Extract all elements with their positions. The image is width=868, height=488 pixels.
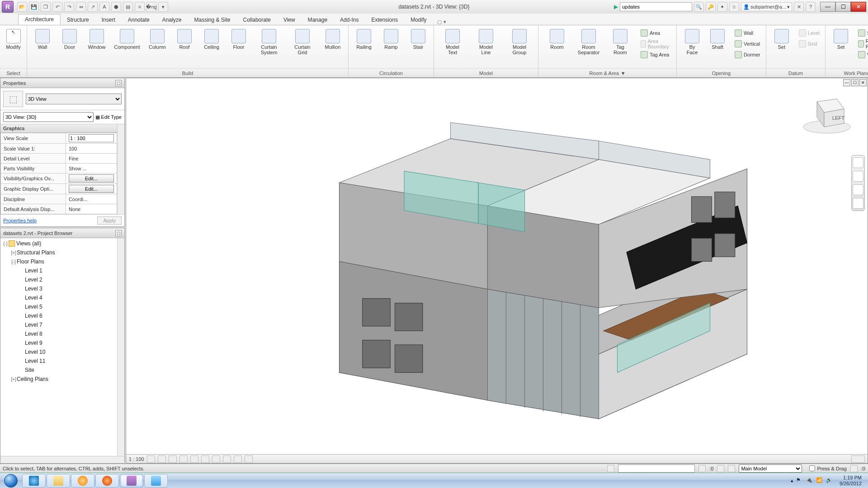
design-options-icon[interactable]: [717, 465, 724, 472]
main-model-combo[interactable]: Main Model: [739, 465, 802, 473]
search-play-icon[interactable]: ▶: [614, 4, 618, 10]
lock-3d-icon[interactable]: [223, 455, 231, 463]
tree-node[interactable]: Level 3: [0, 284, 117, 293]
measure-icon[interactable]: ⇔: [76, 2, 86, 12]
property-value-input[interactable]: [69, 134, 114, 142]
browser-scrollbar[interactable]: [117, 238, 124, 456]
press-drag-toggle[interactable]: Press & Drag: [809, 465, 846, 471]
tab-insert[interactable]: Insert: [95, 15, 122, 25]
room-separator-tool[interactable]: RoomSeparator: [573, 27, 604, 57]
window-tool[interactable]: Window: [84, 27, 109, 52]
tree-node[interactable]: Level 4: [0, 293, 117, 302]
model-group-tool[interactable]: ModelGroup: [504, 27, 535, 57]
edit-type-button[interactable]: ▦ Edit Type: [95, 114, 122, 120]
detail-level-icon[interactable]: [147, 455, 155, 463]
undo-icon[interactable]: ↶: [52, 2, 62, 12]
tree-node[interactable]: Level 10: [0, 347, 117, 357]
tree-node[interactable]: Level 11: [0, 357, 117, 366]
viewer-tool[interactable]: Viewer: [856, 50, 868, 60]
property-value[interactable]: Edit...: [66, 174, 117, 184]
filter-icon[interactable]: [850, 465, 858, 472]
tab-modify[interactable]: Modify: [404, 15, 433, 25]
tab-view[interactable]: View: [277, 15, 302, 25]
save-icon[interactable]: 💾: [29, 2, 39, 12]
by-face-tool[interactable]: ByFace: [679, 27, 705, 57]
tree-node[interactable]: Level 9: [0, 338, 117, 347]
switch-window-icon[interactable]: ▾: [158, 2, 168, 12]
taskbar-media[interactable]: [71, 474, 94, 488]
property-edit-button[interactable]: Edit...: [69, 185, 114, 193]
infocenter-search-input[interactable]: [620, 2, 692, 11]
stair-tool[interactable]: Stair: [406, 27, 431, 52]
area-tool[interactable]: Area: [639, 28, 673, 38]
crop-region-icon[interactable]: [212, 455, 220, 463]
maximize-button[interactable]: ☐: [835, 2, 851, 12]
ref-plane-tool[interactable]: Ref Plane: [856, 39, 868, 49]
dormer-tool[interactable]: Dormer: [733, 50, 762, 60]
system-tray[interactable]: ▴ ⚑ 🔌 📶 🔊 1:19 PM9/26/2012: [788, 475, 868, 486]
model-text-tool[interactable]: ModelText: [437, 27, 468, 57]
signed-in-user[interactable]: 👤 subpartner@a... ▾: [741, 2, 792, 11]
exclude-options-icon[interactable]: [728, 465, 735, 472]
taskbar-revit[interactable]: [120, 474, 143, 488]
tree-twisty-icon[interactable]: [+]: [10, 377, 17, 382]
property-row[interactable]: View Scale: [1, 133, 117, 144]
tab-add-ins[interactable]: Add-Ins: [334, 15, 365, 25]
tree-node[interactable]: Level 8: [0, 329, 117, 338]
browser-hscroll[interactable]: [0, 456, 124, 463]
property-row[interactable]: DisciplineCoordi...: [1, 194, 117, 204]
start-button[interactable]: [0, 473, 22, 488]
tag-room-tool[interactable]: TagRoom: [604, 27, 636, 57]
column-tool[interactable]: Column: [145, 27, 170, 52]
rendering-icon[interactable]: [190, 455, 198, 463]
tree-node[interactable]: [-]Views (all): [0, 239, 117, 248]
show-tool[interactable]: Show: [856, 28, 868, 38]
tab-massing-site[interactable]: Massing & Site: [188, 15, 236, 25]
tab-analyze[interactable]: Analyze: [156, 15, 188, 25]
minimize-button[interactable]: —: [820, 2, 835, 12]
reveal-hidden-icon[interactable]: [245, 455, 253, 463]
category-header[interactable]: Graphics: [0, 124, 117, 133]
tree-node[interactable]: Level 7: [0, 320, 117, 329]
property-row[interactable]: Parts VisibilityShow ...: [1, 164, 117, 174]
type-selector[interactable]: 3D View: [26, 94, 122, 104]
align-icon[interactable]: ↗: [88, 2, 98, 12]
properties-scrollbar[interactable]: [117, 124, 124, 214]
roof-tool[interactable]: Roof: [172, 27, 197, 52]
tray-network-icon[interactable]: 📶: [816, 477, 823, 484]
taskbar-clock[interactable]: 1:19 PM9/26/2012: [836, 475, 865, 486]
tab-annotate[interactable]: Annotate: [122, 15, 156, 25]
tree-twisty-icon[interactable]: [-]: [10, 259, 17, 264]
properties-help-link[interactable]: Properties help: [3, 218, 37, 223]
section-icon[interactable]: ▤: [123, 2, 133, 12]
subscription-icon[interactable]: 🔑: [706, 2, 716, 12]
railing-tool[interactable]: Railing: [351, 27, 377, 52]
property-row[interactable]: Scale Value 1:100: [1, 144, 117, 154]
zoom-icon[interactable]: [853, 184, 863, 195]
search-icon[interactable]: 🔍: [694, 2, 704, 12]
tree-node[interactable]: [+]Ceiling Plans: [0, 375, 117, 384]
tree-node[interactable]: Level 5: [0, 302, 117, 311]
ramp-tool[interactable]: Ramp: [378, 27, 404, 52]
component-tool[interactable]: Component: [111, 27, 143, 52]
3d-viewport[interactable]: — ☐ ✕: [126, 78, 868, 464]
browser-close-icon[interactable]: ▢: [115, 230, 122, 236]
property-edit-button[interactable]: Edit...: [69, 174, 114, 183]
taskbar-explorer[interactable]: [47, 474, 70, 488]
steering-wheel-icon[interactable]: [853, 157, 863, 168]
crop-view-icon[interactable]: [201, 455, 209, 463]
tree-node[interactable]: Level 6: [0, 311, 117, 320]
property-row[interactable]: Default Analysis Disp...None: [1, 204, 117, 214]
shaft-tool[interactable]: Shaft: [705, 27, 730, 57]
property-value[interactable]: [66, 133, 117, 144]
editable-only-icon[interactable]: [698, 465, 706, 472]
property-value[interactable]: 100: [66, 144, 117, 154]
open-icon[interactable]: 📂: [17, 2, 27, 12]
model-line-tool[interactable]: ModelLine: [470, 27, 502, 57]
properties-close-icon[interactable]: ▢: [115, 80, 122, 86]
taskbar-photos[interactable]: [144, 474, 168, 488]
text-icon[interactable]: A: [99, 2, 109, 12]
tray-flag-icon[interactable]: ⚑: [796, 477, 803, 484]
wall-tool[interactable]: Wall: [733, 28, 762, 38]
tree-node[interactable]: Level 1: [0, 266, 117, 275]
